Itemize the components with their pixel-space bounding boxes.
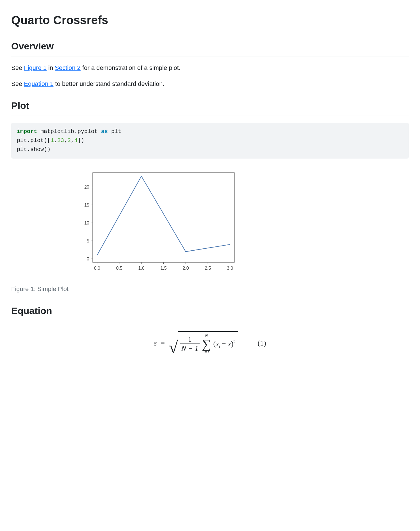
paren-close: ) (231, 340, 234, 348)
svg-text:0: 0 (87, 257, 89, 261)
svg-text:2.0: 2.0 (182, 266, 189, 271)
code-block: import matplotlib.pyplot as plt plt.plot… (11, 123, 409, 159)
figure-caption: Figure 1: Simple Plot (11, 284, 409, 294)
bar-icon (228, 339, 230, 339)
link-equation-1[interactable]: Equation 1 (24, 80, 53, 87)
text: to better understand standard deviation. (53, 80, 164, 87)
svg-text:0.5: 0.5 (116, 266, 122, 271)
code-token: , (71, 137, 74, 144)
overview-paragraph-2: See Equation 1 to better understand stan… (11, 79, 409, 88)
section-heading-equation: Equation (11, 304, 409, 321)
text: See (11, 80, 24, 87)
equation-term: (xi − x)2 (213, 338, 236, 349)
equation-equals: = (161, 338, 165, 349)
equation-number: (1) (258, 338, 266, 349)
code-token-number: 4 (74, 137, 77, 144)
equation-xi: x (216, 340, 219, 348)
equation-sum: N ∑ i=1 (202, 333, 211, 354)
code-token: plt.plot([ (17, 137, 51, 144)
figure-1: 0.00.51.01.52.02.53.005101520 (11, 167, 409, 279)
svg-text:20: 20 (84, 185, 89, 189)
code-token: matplotlib.pyplot (37, 128, 101, 135)
link-section-2[interactable]: Section 2 (55, 64, 81, 71)
sigma-icon: ∑ (202, 338, 211, 350)
svg-text:1.0: 1.0 (138, 266, 144, 271)
svg-text:3.0: 3.0 (227, 266, 233, 271)
code-token: plt.show() (17, 146, 51, 153)
fraction-numerator: 1 (186, 335, 193, 344)
equation-body: s = √ 1 N − 1 N ∑ i=1 (xi − x)2 (154, 331, 238, 355)
fraction-denominator: N − 1 (180, 344, 200, 353)
code-token: ]) (77, 137, 84, 144)
svg-text:5: 5 (87, 239, 89, 243)
text: for a demonstration of a simple plot. (81, 64, 181, 71)
page-title: Quarto Crossrefs (11, 11, 409, 29)
equation-superscript-2: 2 (234, 339, 236, 344)
code-token: , (54, 137, 57, 144)
svg-text:15: 15 (84, 203, 89, 207)
equation-xbar: x (228, 340, 231, 348)
svg-text:10: 10 (84, 221, 89, 225)
plot-output: 0.00.51.01.52.02.53.005101520 (73, 167, 409, 279)
svg-text:2.5: 2.5 (205, 266, 211, 271)
text: See (11, 64, 24, 71)
equation-minus: − (220, 340, 228, 348)
equation-fraction: 1 N − 1 (180, 335, 200, 353)
link-figure-1[interactable]: Figure 1 (24, 64, 47, 71)
overview-paragraph-1: See Figure 1 in Section 2 for a demonstr… (11, 63, 409, 72)
code-token: , (64, 137, 67, 144)
code-token: plt (108, 128, 121, 135)
sqrt-body: 1 N − 1 N ∑ i=1 (xi − x)2 (178, 331, 238, 355)
code-token-keyword: as (101, 128, 108, 135)
svg-rect-0 (93, 173, 234, 262)
text: in (47, 64, 55, 71)
svg-text:0.0: 0.0 (94, 266, 100, 271)
equation-xbar-x: x (228, 340, 231, 348)
code-token-number: 1 (51, 137, 54, 144)
equation-variable-s: s (154, 338, 157, 349)
section-heading-plot: Plot (11, 99, 409, 116)
sum-lower-bound: i=1 (204, 350, 209, 354)
code-token-number: 23 (57, 137, 64, 144)
svg-text:1.5: 1.5 (160, 266, 166, 271)
code-token-number: 2 (67, 137, 71, 144)
paren-open: ( (213, 340, 216, 348)
code-token-keyword: import (17, 128, 37, 135)
sqrt-icon: √ (169, 339, 178, 356)
equation-1: s = √ 1 N − 1 N ∑ i=1 (xi − x)2 (1) (11, 331, 409, 355)
section-heading-overview: Overview (11, 39, 409, 56)
equation-sqrt: √ 1 N − 1 N ∑ i=1 (xi − x)2 (169, 331, 238, 355)
line-chart-icon: 0.00.51.01.52.02.53.005101520 (73, 167, 247, 279)
